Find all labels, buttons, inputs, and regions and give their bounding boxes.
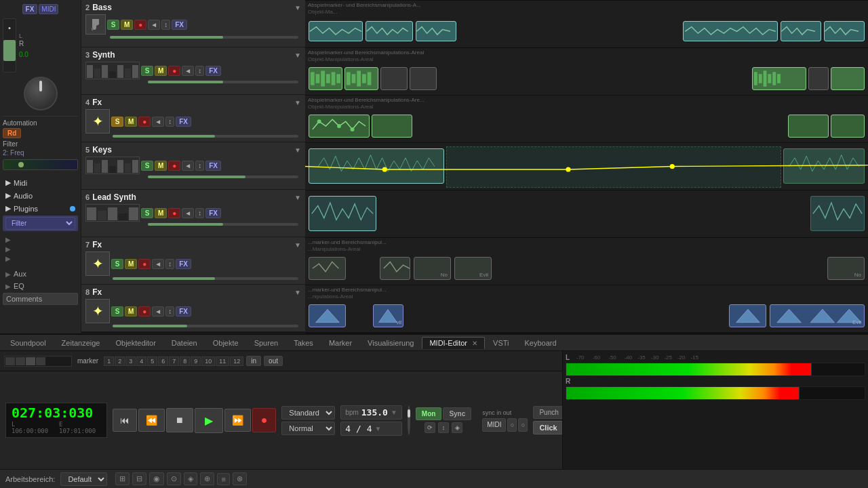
ws-icon-1[interactable]: ⊞: [115, 472, 130, 485]
marker-6[interactable]: 6: [158, 357, 168, 366]
stop-btn[interactable]: ■: [166, 408, 193, 432]
track-expand-7[interactable]: ▼: [294, 241, 301, 249]
play-btn[interactable]: ▶: [195, 408, 223, 433]
marker-11[interactable]: 11: [216, 357, 229, 366]
in-btn[interactable]: in: [246, 356, 261, 366]
fx-button[interactable]: FX: [22, 4, 38, 14]
marker-5[interactable]: 5: [147, 357, 157, 366]
tempo-knob[interactable]: [408, 405, 410, 435]
sync-icon3[interactable]: ◈: [452, 422, 462, 433]
leadsynth-m-btn[interactable]: M: [155, 208, 167, 218]
synth-fx-btn[interactable]: FX: [205, 66, 221, 76]
punch-btn[interactable]: Punch: [533, 406, 562, 419]
ws-icon-3[interactable]: ◉: [149, 472, 164, 485]
sync-btn[interactable]: Sync: [443, 407, 471, 420]
panel-filter[interactable]: Filter: [3, 216, 78, 231]
tab-zeitanzeige[interactable]: Zeitanzeige: [54, 337, 108, 349]
tab-keyboard[interactable]: Keyboard: [517, 337, 564, 349]
tab-spuren[interactable]: Spuren: [247, 337, 285, 349]
rd-button[interactable]: Rd: [3, 128, 21, 138]
panel-eq[interactable]: ▶ EQ: [3, 281, 78, 291]
fx3-arrow-btn[interactable]: ◄: [152, 306, 164, 317]
track-expand-4[interactable]: ▼: [294, 99, 301, 106]
ws-icon-7[interactable]: ≡: [217, 473, 229, 485]
tab-soundpool[interactable]: Soundpool: [3, 337, 54, 349]
marker-7[interactable]: 7: [169, 357, 179, 366]
panel-audio[interactable]: ▶ Audio: [3, 190, 78, 201]
panel-comments[interactable]: Comments: [3, 293, 78, 305]
fx1-arrow-btn[interactable]: ◄: [152, 117, 164, 127]
tab-dateien[interactable]: Dateien: [164, 337, 205, 349]
ws-icon-2[interactable]: ⊟: [132, 472, 146, 485]
track-expand-6[interactable]: ▼: [294, 194, 301, 201]
normal-select[interactable]: Normal: [281, 422, 335, 435]
tab-takes[interactable]: Takes: [286, 337, 321, 349]
bass-s-btn[interactable]: S: [107, 20, 119, 30]
keys-arrow-btn[interactable]: ◄: [182, 161, 194, 171]
marker-3[interactable]: 3: [125, 357, 136, 366]
track-expand-2[interactable]: ▼: [294, 4, 301, 12]
main-knob[interactable]: [24, 77, 58, 110]
marker-4[interactable]: 4: [136, 357, 146, 366]
forward-btn[interactable]: ⏩: [224, 409, 251, 432]
tab-midi-editor[interactable]: MIDI-Editor ✕: [422, 337, 485, 349]
ws-icon-5[interactable]: ◈: [184, 472, 197, 485]
back-btn[interactable]: ⏪: [138, 409, 165, 432]
fx2-fx-btn[interactable]: FX: [176, 259, 191, 269]
keys-fx-btn[interactable]: FX: [205, 161, 221, 171]
midi-in-icon[interactable]: ○: [507, 418, 517, 432]
keys-r-btn[interactable]: ●: [168, 161, 180, 171]
tab-visualisierung[interactable]: Visualisierung: [360, 337, 421, 349]
ws-icon-8[interactable]: ⊗: [233, 472, 247, 485]
leadsynth-r-btn[interactable]: ●: [168, 208, 180, 218]
ws-icon-6[interactable]: ⊕: [200, 472, 214, 485]
bass-r-btn[interactable]: ●: [134, 20, 146, 30]
track-expand-5[interactable]: ▼: [294, 146, 301, 154]
synth-s-btn[interactable]: S: [141, 66, 153, 76]
fx1-s-btn[interactable]: S: [111, 117, 123, 127]
fx3-resize-btn[interactable]: ↕: [165, 306, 174, 317]
leadsynth-fx-btn[interactable]: FX: [205, 208, 221, 218]
tab-vsti[interactable]: VSTi: [486, 337, 516, 349]
fx3-fx-btn[interactable]: FX: [176, 306, 191, 317]
timesig-display[interactable]: 4 / 4 ▼: [340, 422, 402, 436]
bpm-display[interactable]: bpm 135.0 ▼: [340, 405, 402, 420]
page-3[interactable]: [26, 357, 35, 365]
track-expand-8[interactable]: ▼: [294, 289, 301, 296]
synth-m-btn[interactable]: M: [155, 66, 167, 76]
leadsynth-s-btn[interactable]: S: [141, 208, 153, 218]
fx1-fx-btn[interactable]: FX: [176, 117, 191, 127]
fx3-r-btn[interactable]: ●: [138, 306, 151, 317]
marker-1[interactable]: 1: [104, 357, 114, 366]
bass-m-btn[interactable]: M: [121, 20, 133, 30]
bass-fx-btn[interactable]: FX: [172, 20, 187, 30]
record-btn[interactable]: ●: [252, 408, 277, 432]
keys-m-btn[interactable]: M: [155, 161, 167, 171]
fx3-m-btn[interactable]: M: [125, 306, 137, 317]
bass-resize-btn[interactable]: ↕: [161, 20, 170, 30]
leadsynth-resize-btn[interactable]: ↕: [195, 208, 204, 218]
midi-out-icon[interactable]: ○: [518, 418, 528, 432]
marker-2[interactable]: 2: [115, 357, 125, 366]
leadsynth-arrow-btn[interactable]: ◄: [182, 208, 194, 218]
fx2-r-btn[interactable]: ●: [138, 259, 151, 269]
keys-s-btn[interactable]: S: [141, 161, 153, 171]
page-1[interactable]: [5, 357, 15, 365]
tab-marker[interactable]: Marker: [321, 337, 359, 349]
expand-row1[interactable]: ▶: [3, 235, 78, 244]
panel-aux[interactable]: ▶ Aux: [3, 268, 78, 279]
time-display-main[interactable]: 027:03:030 L 106:00:000 E 107:01:000: [5, 403, 107, 438]
synth-resize-btn[interactable]: ↕: [195, 66, 204, 76]
marker-10[interactable]: 10: [201, 357, 215, 366]
fx2-m-btn[interactable]: M: [125, 259, 137, 269]
out-btn[interactable]: out: [264, 356, 283, 366]
standard-select[interactable]: Standard: [281, 406, 335, 420]
page-4[interactable]: [36, 357, 45, 365]
page-2[interactable]: [16, 357, 25, 365]
click-btn[interactable]: Click: [533, 421, 562, 434]
fx1-r-btn[interactable]: ●: [138, 117, 151, 127]
panel-midi[interactable]: ▶ Midi: [3, 177, 78, 188]
midi-button[interactable]: MIDI: [39, 4, 58, 14]
panel-plugins[interactable]: ▶ Plugins: [3, 203, 78, 214]
ws-icon-4[interactable]: ⊙: [167, 472, 181, 485]
